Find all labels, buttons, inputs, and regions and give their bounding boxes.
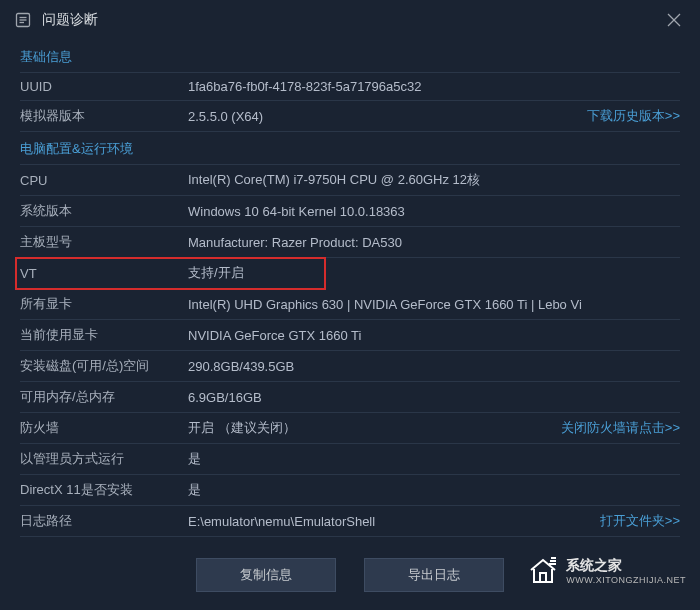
value-gpu-current: NVIDIA GeForce GTX 1660 Ti	[188, 328, 680, 343]
label-firewall: 防火墙	[20, 419, 188, 437]
value-os: Windows 10 64-bit Kernel 10.0.18363	[188, 204, 680, 219]
label-admin: 以管理员方式运行	[20, 450, 188, 468]
row-version: 模拟器版本 2.5.5.0 (X64) 下载历史版本>>	[20, 101, 680, 132]
row-motherboard: 主板型号 Manufacturer: Razer Product: DA530	[20, 227, 680, 258]
label-cpu: CPU	[20, 173, 188, 188]
copy-info-button[interactable]: 复制信息	[196, 558, 336, 592]
row-memory: 可用内存/总内存 6.9GB/16GB	[20, 382, 680, 413]
link-firewall[interactable]: 关闭防火墙请点击>>	[561, 419, 680, 437]
window-title: 问题诊断	[42, 11, 662, 29]
house-icon	[526, 554, 560, 588]
value-firewall: 开启 （建议关闭）	[188, 419, 551, 437]
value-version: 2.5.5.0 (X64)	[188, 109, 577, 124]
label-vt: VT	[20, 266, 188, 281]
row-os: 系统版本 Windows 10 64-bit Kernel 10.0.18363	[20, 196, 680, 227]
row-uuid: UUID 1fa6ba76-fb0f-4178-823f-5a71796a5c3…	[20, 73, 680, 101]
export-log-button[interactable]: 导出日志	[364, 558, 504, 592]
label-memory: 可用内存/总内存	[20, 388, 188, 406]
label-uuid: UUID	[20, 79, 188, 94]
watermark-text: 系统之家 WWW.XITONGZHIJIA.NET	[566, 557, 686, 585]
section-basic-title: 基础信息	[20, 40, 680, 73]
label-logpath: 日志路径	[20, 512, 188, 530]
label-directx: DirectX 11是否安装	[20, 481, 188, 499]
link-download-history[interactable]: 下载历史版本>>	[587, 107, 680, 125]
row-gpu-current: 当前使用显卡 NVIDIA GeForce GTX 1660 Ti	[20, 320, 680, 351]
value-gpus: Intel(R) UHD Graphics 630 | NVIDIA GeFor…	[188, 297, 680, 312]
row-admin: 以管理员方式运行 是	[20, 444, 680, 475]
svg-rect-6	[540, 573, 546, 582]
titlebar: 问题诊断	[0, 0, 700, 40]
label-version: 模拟器版本	[20, 107, 188, 125]
value-cpu: Intel(R) Core(TM) i7-9750H CPU @ 2.60GHz…	[188, 171, 680, 189]
label-motherboard: 主板型号	[20, 233, 188, 251]
row-logpath: 日志路径 E:\emulator\nemu\EmulatorShell 打开文件…	[20, 506, 680, 537]
value-memory: 6.9GB/16GB	[188, 390, 680, 405]
label-os: 系统版本	[20, 202, 188, 220]
value-uuid: 1fa6ba76-fb0f-4178-823f-5a71796a5c32	[188, 79, 680, 94]
row-disk: 安装磁盘(可用/总)空间 290.8GB/439.5GB	[20, 351, 680, 382]
link-open-folder[interactable]: 打开文件夹>>	[600, 512, 680, 530]
row-directx: DirectX 11是否安装 是	[20, 475, 680, 506]
value-directx: 是	[188, 481, 680, 499]
section-env-title: 电脑配置&运行环境	[20, 132, 680, 165]
value-motherboard: Manufacturer: Razer Product: DA530	[188, 235, 680, 250]
diagnosis-icon	[14, 11, 32, 29]
label-gpu-current: 当前使用显卡	[20, 326, 188, 344]
content-panel: 基础信息 UUID 1fa6ba76-fb0f-4178-823f-5a7179…	[0, 40, 700, 540]
value-logpath: E:\emulator\nemu\EmulatorShell	[188, 514, 590, 529]
close-icon	[667, 13, 681, 27]
watermark-url: WWW.XITONGZHIJIA.NET	[566, 575, 686, 585]
value-vt: 支持/开启	[188, 264, 325, 282]
row-cpu: CPU Intel(R) Core(TM) i7-9750H CPU @ 2.6…	[20, 165, 680, 196]
watermark-name: 系统之家	[566, 557, 686, 575]
close-button[interactable]	[662, 8, 686, 32]
value-disk: 290.8GB/439.5GB	[188, 359, 680, 374]
row-gpus: 所有显卡 Intel(R) UHD Graphics 630 | NVIDIA …	[20, 289, 680, 320]
value-admin: 是	[188, 450, 680, 468]
row-firewall: 防火墙 开启 （建议关闭） 关闭防火墙请点击>>	[20, 413, 680, 444]
label-disk: 安装磁盘(可用/总)空间	[20, 357, 188, 375]
label-gpus: 所有显卡	[20, 295, 188, 313]
row-vt: VT 支持/开启	[16, 258, 325, 289]
watermark: 系统之家 WWW.XITONGZHIJIA.NET	[526, 554, 686, 588]
